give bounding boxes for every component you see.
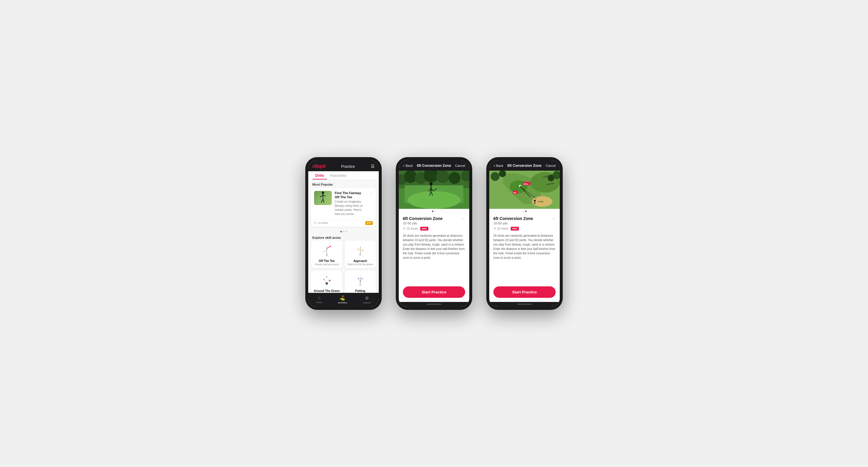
phone-1-screen: clippd Practice ☰ Drills Favourites Most…: [308, 160, 379, 307]
svg-point-57: [534, 200, 536, 201]
nav-activities[interactable]: ⛳ Activities: [338, 295, 347, 304]
clock-icon: ⏱: [314, 222, 317, 224]
img-dot-3-2: [525, 210, 527, 212]
nav-activities-label: Activities: [338, 301, 347, 304]
drill-header-title-3: 6ft Conversion Zone: [507, 164, 541, 168]
image-pagination-dots: [399, 209, 469, 213]
skill-card-putting[interactable]: Putting Make and lag practice: [345, 270, 376, 293]
home-indicator: [399, 302, 469, 307]
phone-1-body: Most Popular: [308, 180, 379, 293]
skill-card-approach[interactable]: Approach Dial-in to hit the green: [345, 240, 376, 268]
drill-shots-3: ⏱ 20 shots: [493, 227, 508, 230]
img-dot-2: [435, 210, 436, 212]
menu-icon[interactable]: ☰: [371, 164, 375, 169]
start-practice-button-3[interactable]: Start Practice: [493, 287, 556, 298]
favourite-icon[interactable]: ☆: [370, 191, 373, 195]
skill-name-putting: Putting: [355, 289, 365, 293]
skill-name-approach: Approach: [353, 259, 367, 263]
header-title: Practice: [341, 164, 355, 169]
svg-line-4: [321, 199, 323, 203]
svg-point-25: [362, 278, 363, 279]
most-popular-label: Most Popular: [308, 180, 379, 188]
drill-description-3: 20 shots are randomly generated at dista…: [493, 234, 556, 260]
svg-point-24: [360, 280, 361, 282]
bottom-navigation: ⌂ Home ⛳ Activities ⊕ Capture: [308, 293, 379, 307]
card-text: Find The Fairway Off The Tee Create an i…: [335, 191, 367, 216]
svg-point-37: [430, 182, 433, 185]
drill-hero-map: Miss Hit FAIRWAY ROUGH SAND: [489, 171, 560, 209]
drill-description: 20 shots are randomly generated at dista…: [403, 234, 465, 260]
drill-meta: ⏱ 20 shots ARG: [403, 227, 465, 231]
back-button[interactable]: < Back: [403, 164, 413, 167]
svg-line-2: [320, 195, 323, 197]
tabs-bar: Drills Favourites: [308, 171, 379, 180]
start-practice-container: Start Practice: [399, 283, 469, 302]
nav-home-label: Home: [316, 301, 322, 304]
phone-1-header: clippd Practice ☰: [308, 160, 379, 171]
drill-hero-photo: [399, 171, 469, 209]
clippd-logo: clippd: [312, 164, 325, 169]
skill-card-around-the-green[interactable]: Around The Green Hone your short game: [311, 270, 342, 293]
drill-tag: OTT: [365, 221, 373, 225]
tab-drills[interactable]: Drills: [312, 171, 327, 179]
svg-line-9: [327, 246, 330, 248]
featured-card[interactable]: Find The Fairway Off The Tee Create an i…: [311, 188, 376, 227]
card-subtitle: Off The Tee: [335, 195, 367, 199]
nav-capture[interactable]: ⊕ Capture: [363, 295, 371, 304]
capture-icon: ⊕: [365, 295, 369, 301]
svg-line-18: [324, 279, 327, 283]
svg-point-11: [360, 254, 361, 256]
card-description: Create an imaginary fairway using trees …: [335, 200, 367, 216]
cancel-button-3[interactable]: Cancel: [546, 164, 556, 167]
drill-header-title: 6ft Conversion Zone: [417, 164, 451, 168]
explore-label: Explore skill areas: [308, 234, 379, 240]
svg-line-3: [323, 195, 325, 196]
start-practice-button[interactable]: Start Practice: [403, 287, 465, 298]
cancel-button[interactable]: Cancel: [455, 164, 465, 167]
drill-content-3: 6ft Conversion Zone ☆ 10-50 yds ⏱ 20 sho…: [489, 213, 560, 263]
skill-desc-approach: Dial-in to hit the green: [347, 263, 373, 266]
putting-icon: [351, 273, 369, 288]
back-button-3[interactable]: < Back: [493, 164, 503, 167]
img-dot-1: [432, 210, 433, 212]
start-practice-container-3: Start Practice: [489, 283, 560, 302]
home-bar-3: [517, 304, 532, 305]
scene: clippd Practice ☰ Drills Favourites Most…: [293, 145, 575, 322]
svg-point-21: [360, 284, 361, 286]
drill-favourite-icon[interactable]: ☆: [461, 216, 465, 221]
svg-point-49: [491, 172, 499, 181]
dot-2: [343, 231, 344, 232]
card-footer: ⏱ 10 shots OTT: [311, 219, 376, 227]
drill-favourite-icon-3[interactable]: ☆: [552, 216, 556, 221]
tab-favourites[interactable]: Favourites: [327, 171, 349, 179]
svg-point-33: [436, 171, 449, 183]
image-pagination-dots-3: [489, 209, 560, 213]
svg-line-8: [323, 249, 327, 252]
skill-grid: Off The Tee Power and accuracy: [308, 240, 379, 293]
svg-point-20: [326, 276, 327, 277]
nav-home[interactable]: ⌂ Home: [316, 295, 322, 304]
skill-name-off-the-tee: Off The Tee: [319, 259, 335, 263]
svg-point-36: [408, 191, 460, 209]
drill-category-tag-3: ARG: [511, 227, 519, 231]
phone-2-header: < Back 6ft Conversion Zone Cancel: [399, 160, 469, 171]
skill-card-off-the-tee[interactable]: Off The Tee Power and accuracy: [311, 240, 342, 268]
dot-1: [340, 231, 342, 232]
skill-desc-off-the-tee: Power and accuracy: [315, 263, 339, 266]
phone-2-screen: < Back 6ft Conversion Zone Cancel: [399, 160, 469, 307]
card-pagination-dots: [308, 229, 379, 234]
phone-3-screen: < Back 6ft Conversion Zone Cancel: [489, 160, 560, 307]
around-the-green-icon: [318, 273, 336, 288]
svg-point-6: [326, 254, 328, 256]
drill-content: 6ft Conversion Zone ☆ 10-50 yds ⏱ 20 sho…: [399, 213, 469, 263]
off-the-tee-icon: [318, 243, 336, 258]
svg-text:Miss: Miss: [524, 183, 528, 185]
drill-name-3: 6ft Conversion Zone: [493, 216, 533, 221]
drill-title-row: 6ft Conversion Zone ☆: [403, 216, 465, 221]
img-dot-3-1: [522, 210, 524, 212]
svg-text:Hit: Hit: [513, 192, 516, 194]
card-title: Find The Fairway: [335, 191, 367, 195]
svg-text:SAND: SAND: [538, 201, 544, 203]
svg-point-34: [449, 172, 460, 184]
skill-name-around-green: Around The Green: [314, 289, 340, 293]
